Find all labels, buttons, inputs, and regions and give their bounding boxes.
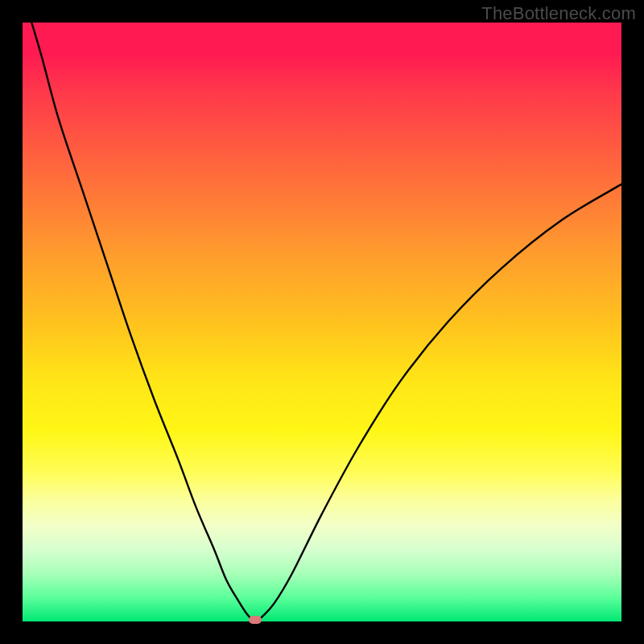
plot-area	[23, 23, 621, 621]
bottleneck-minimum-marker	[249, 616, 262, 624]
bottleneck-curve	[23, 23, 621, 621]
chart-frame: TheBottleneck.com	[0, 0, 644, 644]
watermark-text: TheBottleneck.com	[481, 3, 636, 24]
